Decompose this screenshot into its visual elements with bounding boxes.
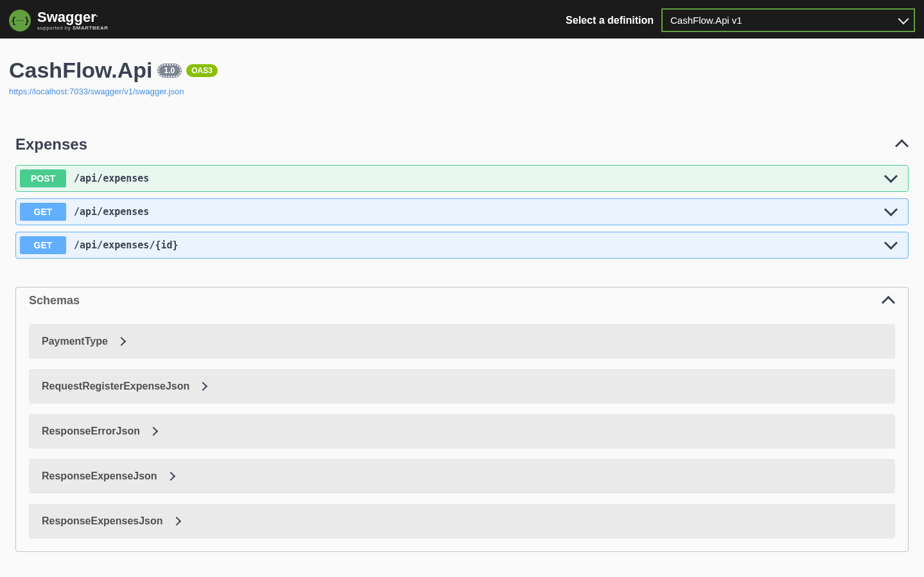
method-badge: GET <box>20 203 66 221</box>
api-title: CashFlow.Api <box>9 58 153 83</box>
schema-ResponseExpensesJson[interactable]: ResponseExpensesJson <box>29 504 895 538</box>
chevron-down-icon <box>886 173 898 184</box>
schema-name: RequestRegisterExpenseJson <box>42 381 189 392</box>
schema-name: PaymentType <box>42 336 108 347</box>
operation-get-2[interactable]: GET/api/expenses/{id} <box>15 232 909 259</box>
operation-path: /api/expenses <box>74 206 878 218</box>
swagger-logo-icon: {···} <box>9 10 31 31</box>
spec-url-link[interactable]: https://localhost:7033/swagger/v1/swagge… <box>9 87 184 96</box>
chevron-right-icon <box>149 427 158 436</box>
chevron-right-icon <box>117 337 126 346</box>
schemas-header[interactable]: Schemas <box>16 288 908 314</box>
tag-name: Expenses <box>15 135 87 153</box>
chevron-right-icon <box>172 517 181 526</box>
topbar-brand[interactable]: {···} Swagger. supported by SMARTBEAR <box>9 10 109 31</box>
method-badge: GET <box>20 236 66 254</box>
chevron-down-icon <box>886 239 898 251</box>
operation-path: /api/expenses/{id} <box>74 239 878 251</box>
schema-ResponseErrorJson[interactable]: ResponseErrorJson <box>29 414 895 449</box>
schema-name: ResponseExpenseJson <box>42 470 157 482</box>
schema-name: ResponseErrorJson <box>42 426 140 437</box>
operation-path: /api/expenses <box>74 173 878 184</box>
definition-label: Select a definition <box>566 15 654 26</box>
operation-get-1[interactable]: GET/api/expenses <box>15 198 909 225</box>
method-badge: POST <box>20 169 66 187</box>
version-badge: 1.0 <box>158 64 182 77</box>
schema-name: ResponseExpensesJson <box>42 515 163 527</box>
chevron-right-icon <box>198 382 207 391</box>
schema-RequestRegisterExpenseJson[interactable]: RequestRegisterExpenseJson <box>29 369 895 404</box>
schema-ResponseExpenseJson[interactable]: ResponseExpenseJson <box>29 459 895 494</box>
chevron-up-icon <box>884 295 895 307</box>
schemas-title: Schemas <box>29 294 80 307</box>
tag-expenses-header[interactable]: Expenses <box>15 135 909 159</box>
chevron-right-icon <box>166 472 175 481</box>
definition-select[interactable]: CashFlow.Api v1 <box>661 8 915 32</box>
oas-badge: OAS3 <box>186 64 218 77</box>
operation-post-0[interactable]: POST/api/expenses <box>15 165 909 192</box>
schema-PaymentType[interactable]: PaymentType <box>29 324 895 359</box>
chevron-up-icon <box>897 139 909 150</box>
topbar: {···} Swagger. supported by SMARTBEAR Se… <box>0 0 924 39</box>
chevron-down-icon <box>886 206 898 218</box>
brand-text: Swagger. supported by SMARTBEAR <box>37 10 109 31</box>
